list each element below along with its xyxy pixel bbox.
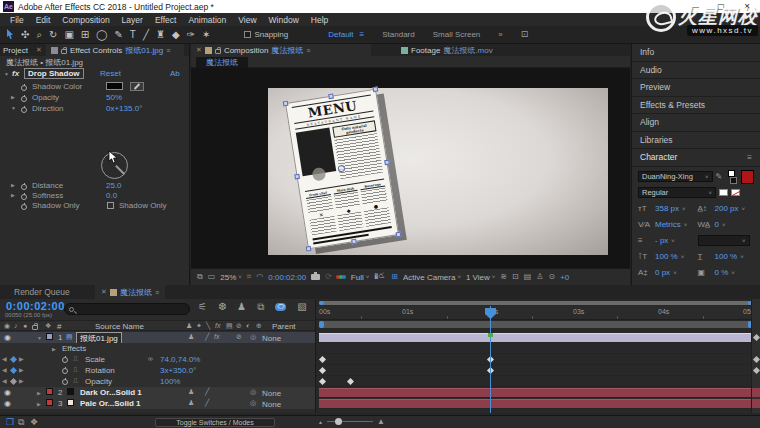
timeline-zoom-slider[interactable]: ▲ ▲: [318, 417, 385, 426]
timeline-search[interactable]: [64, 303, 190, 315]
prev-keyframe-icon[interactable]: ◀: [2, 377, 7, 384]
shape-tool-icon[interactable]: ◯: [96, 30, 107, 40]
track-opacity[interactable]: [316, 376, 760, 387]
camera-tool-icon[interactable]: ▣: [64, 30, 73, 40]
next-keyframe-icon[interactable]: ▶: [19, 366, 24, 373]
tab-footage[interactable]: Footage 魔法报纸.mov: [401, 44, 493, 56]
panel-header-libraries[interactable]: Libraries: [632, 132, 760, 150]
opacity-value[interactable]: 50%: [106, 93, 122, 102]
selection-handle[interactable]: [384, 160, 390, 166]
rotation-value[interactable]: 3x+350.0°: [160, 366, 196, 375]
audio-column-icon[interactable]: ♪: [14, 322, 18, 329]
layer-bar[interactable]: [319, 388, 753, 397]
eye-icon[interactable]: ◉: [4, 388, 11, 397]
composition-flow-icon[interactable]: ⧉: [197, 273, 203, 281]
motion-blur-switch-icon[interactable]: ⊘: [236, 322, 242, 329]
track-layer-3[interactable]: [316, 398, 760, 409]
kerning-value[interactable]: Metrics: [655, 220, 681, 229]
zoom-out-icon[interactable]: ▲: [318, 419, 323, 425]
expand-layers-icon[interactable]: ❐: [6, 418, 14, 427]
keyframe[interactable]: [347, 378, 354, 385]
timeline-navigator-bar[interactable]: [319, 301, 753, 305]
menu-composition[interactable]: Composition: [56, 15, 115, 25]
fx-switch-icon[interactable]: fx: [215, 322, 220, 329]
workspace-small-screen[interactable]: Small Screen: [433, 30, 481, 39]
dropdown-caret-icon[interactable]: ˅: [673, 270, 677, 276]
hide-shy-layers-icon[interactable]: ♟: [237, 302, 246, 312]
stopwatch-icon[interactable]: [21, 204, 27, 210]
resolution-dropdown[interactable]: Full˅: [351, 273, 369, 282]
composition-mini-flowchart-icon[interactable]: ⚟: [198, 302, 207, 312]
parent-pickwhip-icon[interactable]: ◎: [250, 399, 256, 406]
transparency-grid-icon[interactable]: ⊞: [391, 273, 398, 281]
eye-icon[interactable]: ◉: [4, 399, 11, 408]
layer-row-1[interactable]: ◉ ▼ 1 ▤ 报纸01.jpg ♟ ╱ fx ⊘ ◎ None ˅: [0, 332, 315, 343]
zoom-in-icon[interactable]: ▲: [377, 417, 385, 426]
mask-visibility-icon[interactable]: ◠: [256, 273, 263, 281]
keyframe[interactable]: [319, 367, 326, 374]
newspaper-layer[interactable]: MENU RESTAURANT NAME Only natural produc…: [285, 89, 399, 250]
eye-column-icon[interactable]: ◉: [4, 322, 10, 329]
motion-blur-icon[interactable]: ⬭: [275, 303, 286, 311]
track-layer-2[interactable]: [316, 387, 760, 398]
track-scale[interactable]: [316, 354, 760, 365]
opacity-property-row[interactable]: ◀ ▶ ⎍ Opacity 100%: [0, 376, 315, 387]
layer-name[interactable]: Pale Or...Solid 1: [80, 399, 140, 408]
shy-icon[interactable]: ♟: [188, 399, 194, 406]
motion-blur-toggle-icon[interactable]: ⊘: [236, 333, 242, 340]
camera-dropdown[interactable]: Active Camera˅: [403, 273, 461, 282]
panel-menu-icon[interactable]: ≡: [166, 47, 170, 54]
tab-timeline-comp[interactable]: ✕ 魔法报纸 ≡: [95, 285, 165, 299]
selection-tool-icon[interactable]: [6, 29, 14, 40]
vertical-scale-value[interactable]: 100 %: [655, 252, 678, 261]
softness-value[interactable]: 0.0: [106, 191, 117, 200]
selection-handle[interactable]: [396, 232, 402, 238]
selection-handle[interactable]: [306, 246, 312, 252]
expand-properties-icon[interactable]: ⧉: [18, 418, 24, 427]
fill-color-swatch[interactable]: [741, 170, 754, 184]
channels-icon[interactable]: [337, 275, 346, 279]
quality-icon[interactable]: ╱: [205, 399, 209, 406]
menu-window[interactable]: Window: [263, 15, 305, 25]
timeline-timecode[interactable]: 0:00:02:00: [6, 300, 65, 312]
keyframe-toggle-icon[interactable]: [10, 367, 17, 374]
panel-header-effects-presets[interactable]: Effects & Presets: [632, 97, 760, 115]
panel-header-character[interactable]: Character ≡: [632, 149, 760, 167]
distance-value[interactable]: 25.0: [106, 181, 122, 190]
puppet-pin-tool-icon[interactable]: ✶: [202, 30, 210, 40]
grid-guides-icon[interactable]: ⌗: [247, 273, 252, 281]
type-tool-icon[interactable]: T: [130, 30, 136, 40]
fx-icon[interactable]: fx: [214, 333, 219, 340]
baseline-shift-value[interactable]: 0 px: [655, 268, 670, 277]
group-expand-icon[interactable]: ▶: [52, 346, 56, 352]
stopwatch-icon[interactable]: [62, 357, 68, 363]
dropdown-caret-icon[interactable]: ˅: [731, 270, 735, 276]
screen-icon[interactable]: ▭: [208, 273, 216, 281]
pen-tool-icon[interactable]: ✎: [114, 30, 122, 40]
threed-switch-icon[interactable]: ⊕: [256, 322, 262, 329]
zoom-tool-icon[interactable]: ⌕: [36, 30, 42, 40]
toggle-switches-modes-button[interactable]: Toggle Switches / Modes: [155, 418, 275, 427]
next-keyframe-icon[interactable]: ▶: [19, 377, 24, 384]
current-time-display[interactable]: 0:00:02:00: [268, 273, 306, 282]
menu-animation[interactable]: Animation: [182, 15, 232, 25]
dropdown-caret-icon[interactable]: ˅: [682, 206, 686, 212]
quality-switch-icon[interactable]: ╲: [206, 322, 210, 329]
panel-menu-icon[interactable]: ≡: [155, 289, 159, 296]
selection-handle[interactable]: [351, 239, 357, 245]
effect-expand-icon[interactable]: ▼: [4, 71, 9, 77]
layer-name[interactable]: Dark Or...Solid 1: [80, 388, 142, 397]
effect-reset-link[interactable]: Reset: [100, 69, 121, 78]
leading-value[interactable]: 200 px: [715, 204, 739, 213]
collapse-switch-icon[interactable]: ✦: [196, 322, 202, 329]
menu-edit[interactable]: Edit: [30, 15, 57, 25]
panel-header-align[interactable]: Align: [632, 114, 760, 132]
shadow-only-checkbox[interactable]: [107, 202, 114, 209]
track-effects[interactable]: [316, 343, 760, 354]
no-stroke-icon[interactable]: [731, 189, 740, 196]
menu-file[interactable]: File: [4, 15, 30, 25]
panel-menu-icon[interactable]: ≡: [747, 153, 752, 162]
label-chip[interactable]: [46, 333, 53, 340]
tsume-value[interactable]: 0 %: [715, 268, 729, 277]
playhead-line[interactable]: [490, 306, 491, 413]
